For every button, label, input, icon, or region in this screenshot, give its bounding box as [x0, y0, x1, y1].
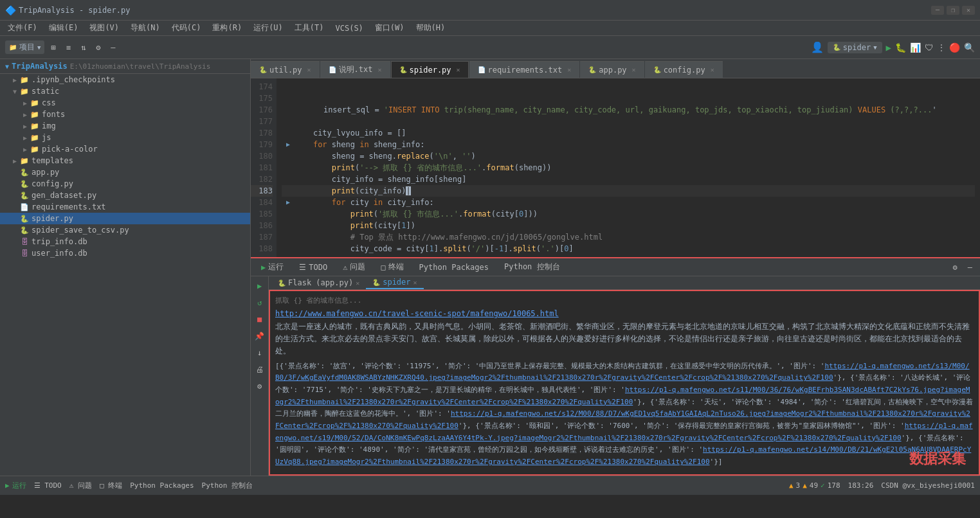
status-python-console[interactable]: Python 控制台: [202, 481, 253, 490]
profile-icon[interactable]: 📊: [910, 42, 921, 53]
flask-tab-close[interactable]: ✕: [356, 280, 359, 287]
menu-window[interactable]: 窗口(W): [370, 21, 410, 35]
tab-close-requirements[interactable]: ✕: [567, 66, 571, 73]
tree-item-static[interactable]: ▼ 📁 static: [0, 85, 250, 97]
toolbar-icon-list[interactable]: ≡: [62, 42, 75, 53]
folder-icon-fonts: 📁: [30, 111, 40, 119]
bottom-tab-python-console[interactable]: Python 控制台: [496, 260, 568, 274]
tree-item-app-py[interactable]: 🐍 app.py: [0, 166, 250, 178]
user-icon[interactable]: 👤: [811, 41, 824, 53]
bottom-tab-problems[interactable]: ⚠ 问题: [335, 260, 373, 274]
menu-run[interactable]: 运行(U): [248, 21, 288, 35]
search-icon[interactable]: 🔍: [964, 42, 975, 53]
title-bar: 🔷 TripAnalysis - spider.py ─ ❐ ✕: [0, 0, 980, 21]
tree-label-fonts: fonts: [42, 110, 65, 119]
tree-item-spider-py[interactable]: 🐍 spider.py: [0, 213, 250, 224]
status-todo[interactable]: ☰ TODO: [34, 481, 62, 490]
menu-view[interactable]: 视图(V): [84, 21, 124, 35]
tree-item-img[interactable]: ▶ 📁 img: [0, 120, 250, 132]
minimize-button[interactable]: ─: [931, 6, 944, 15]
tab-close-spider[interactable]: ✕: [457, 66, 460, 73]
menu-navigate[interactable]: 导航(N): [125, 21, 165, 35]
toolbar-icon-close[interactable]: —: [107, 42, 119, 53]
bottom-tab-terminal[interactable]: □ 终端: [373, 260, 411, 274]
menu-tools[interactable]: 工具(T): [289, 21, 329, 35]
bottom-tab-python-packages[interactable]: Python Packages: [412, 262, 496, 273]
more-icon[interactable]: ⋮: [938, 43, 945, 52]
tab-app[interactable]: 🐍 app.py ✕: [580, 61, 644, 78]
tree-item-user-db[interactable]: 🗄 user_info.db: [0, 247, 250, 259]
run-scroll-icon[interactable]: ↓: [253, 346, 267, 360]
project-dropdown[interactable]: 📁 项目 ▼: [5, 40, 44, 54]
line-num-180: 180: [251, 150, 273, 162]
tab-close-shuoming[interactable]: ✕: [378, 66, 382, 73]
tab-close-app[interactable]: ✕: [632, 66, 636, 73]
tree-item-pickcolor[interactable]: ▶ 📁 pick-a-color: [0, 143, 250, 155]
menu-help[interactable]: 帮助(H): [411, 21, 451, 35]
status-terminal[interactable]: □ 终端: [100, 481, 122, 490]
toolbar-icon-sort[interactable]: ⇅: [77, 42, 89, 53]
bottom-tab-problems-label: 问题: [350, 262, 365, 272]
run-pin-icon[interactable]: 📌: [253, 329, 267, 343]
tab-shuoming[interactable]: 📄 说明.txt ✕: [320, 61, 390, 78]
tab-util[interactable]: 🐍 util.py ✕: [251, 61, 320, 78]
close-button[interactable]: ✕: [962, 6, 975, 15]
tree-item-gen-dataset[interactable]: 🐍 gen_dataset.py: [0, 190, 250, 201]
tree-item-templates[interactable]: ▶ 📁 templates: [0, 155, 250, 166]
run-sub-tabs: 🐍 Flask (app.py) ✕ 🐍 spider ✕: [269, 276, 980, 290]
run-stop-icon[interactable]: ■: [253, 312, 267, 326]
code-editor[interactable]: 174 175 176 177 178 179 180 181 182 183 …: [251, 78, 980, 257]
maximize-button[interactable]: ❐: [947, 6, 959, 15]
ok-icon: ✓: [821, 481, 825, 490]
code-content[interactable]: insert_sql = 'INSERT INTO trip(sheng_nam…: [277, 78, 980, 257]
tree-item-config-py[interactable]: 🐍 config.py: [0, 178, 250, 190]
run-print-icon[interactable]: 🖨: [253, 362, 267, 377]
run-spider-tab[interactable]: 🐍 spider ✕: [366, 276, 423, 289]
run-config-icon[interactable]: ▶: [886, 42, 891, 53]
run-gear-icon[interactable]: ⚙: [253, 379, 267, 393]
spider-tab-close[interactable]: ✕: [413, 279, 417, 286]
status-python-packages[interactable]: Python Packages: [130, 481, 194, 490]
tree-item-trip-db[interactable]: 🗄 trip_info.db: [0, 236, 250, 247]
tree-item-spider-save[interactable]: 🐍 spider_save_to_csv.py: [0, 224, 250, 236]
toolbar-icon-layout[interactable]: ⊞: [47, 42, 59, 53]
run-flask-tab[interactable]: 🐍 Flask (app.py) ✕: [271, 276, 366, 289]
status-problems[interactable]: ⚠ 问题: [69, 481, 92, 490]
menu-file[interactable]: 文件(F): [3, 21, 42, 35]
menu-refactor[interactable]: 重构(R): [207, 21, 247, 35]
menu-code[interactable]: 代码(C): [167, 21, 206, 35]
tab-requirements[interactable]: 📄 requirements.txt ✕: [469, 61, 580, 78]
menu-edit[interactable]: 编辑(E): [44, 21, 84, 35]
tree-item-css[interactable]: ▶ 📁 css: [0, 97, 250, 109]
run-rerun-icon[interactable]: ↺: [253, 296, 267, 310]
output-url[interactable]: http://www.mafengwo.cn/travel-scenic-spo…: [275, 308, 974, 319]
update-icon[interactable]: 🔴: [949, 42, 960, 53]
tab-config[interactable]: 🐍 config.py ✕: [645, 61, 723, 78]
tab-close-util[interactable]: ✕: [307, 66, 311, 73]
branch-dropdown[interactable]: 🐍 spider ▼: [828, 42, 882, 53]
tree-item-js[interactable]: ▶ 📁 js: [0, 132, 250, 143]
status-run-button[interactable]: ▶ 运行: [5, 481, 26, 490]
coverage-icon[interactable]: 🛡: [925, 42, 934, 53]
py-icon-app: 🐍: [19, 168, 30, 177]
bottom-close-icon[interactable]: —: [963, 263, 977, 272]
pic-link-2[interactable]: https://p1-q.mafengwo.net/s11/M00/36/76/…: [275, 386, 970, 406]
bottom-tab-run[interactable]: ▶ 运行: [253, 260, 291, 274]
debug-icon[interactable]: 🐛: [895, 42, 906, 53]
menu-vcs[interactable]: VCS(S): [331, 22, 368, 34]
pic-link-3[interactable]: https://p1-q.mafengwo.net/s12/M00/88/D7/…: [275, 409, 970, 430]
toolbar-icon-settings[interactable]: ⚙: [92, 42, 104, 53]
bottom-settings-icon[interactable]: ⚙: [948, 263, 963, 272]
status-run-icon: ▶: [5, 481, 10, 490]
status-position[interactable]: 183:26: [848, 481, 874, 490]
tab-spider[interactable]: 🐍 spider.py ✕: [391, 61, 469, 78]
tree-item-requirements[interactable]: 📄 requirements.txt: [0, 201, 250, 213]
run-start-icon[interactable]: ▶: [253, 279, 267, 293]
pic-link-5[interactable]: https://p1-q.mafengwo.net/s14/M00/DB/21/…: [275, 445, 971, 466]
output-link[interactable]: http://www.mafengwo.cn/travel-scenic-spo…: [275, 309, 559, 318]
tree-item-ipynb[interactable]: ▶ 📁 .ipynb_checkpoints: [0, 74, 250, 85]
pic-link-1[interactable]: https://p1-q.mafengwo.net/s13/M00/B0/3F/…: [275, 362, 970, 382]
tab-close-config[interactable]: ✕: [711, 66, 714, 73]
bottom-tab-todo[interactable]: ☰ TODO: [291, 262, 335, 273]
tree-item-fonts[interactable]: ▶ 📁 fonts: [0, 109, 250, 120]
